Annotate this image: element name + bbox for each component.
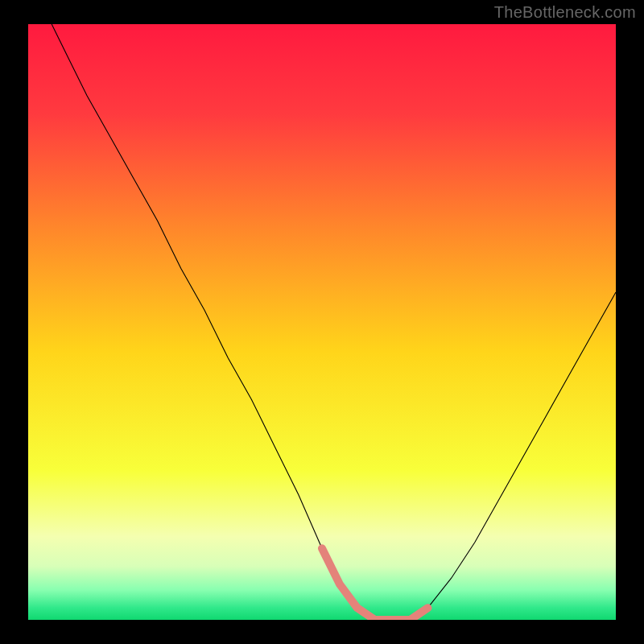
plot-area (28, 24, 616, 620)
chart-frame: TheBottleneck.com (0, 0, 644, 644)
watermark-text: TheBottleneck.com (494, 3, 636, 22)
chart-svg (28, 24, 616, 620)
gradient-background (28, 24, 616, 620)
